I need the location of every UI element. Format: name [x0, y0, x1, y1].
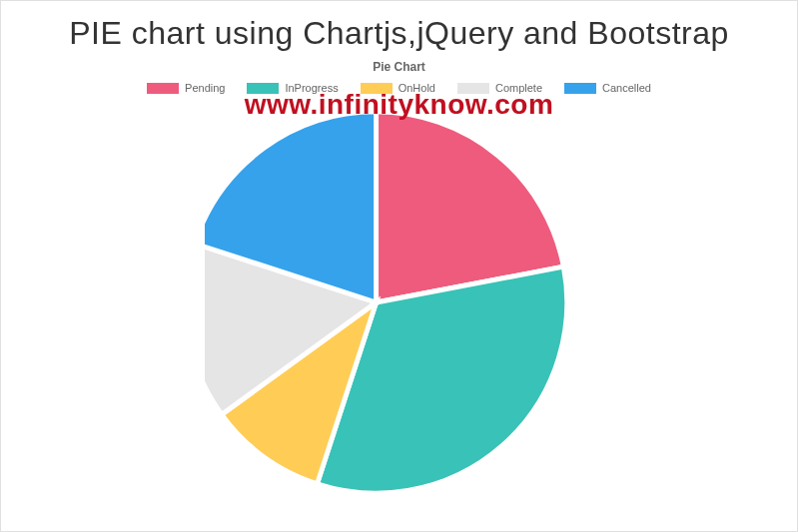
pie-chart: [205, 108, 594, 497]
legend-label: Pending: [185, 82, 225, 94]
watermark-text: www.infinityknow.com: [245, 89, 554, 121]
legend-swatch: [564, 83, 596, 94]
page-title: PIE chart using Chartjs,jQuery and Boots…: [1, 1, 797, 56]
pie-chart-container: [1, 102, 797, 497]
legend-item[interactable]: Cancelled: [564, 82, 651, 94]
chart-title: Pie Chart: [1, 56, 797, 82]
legend-swatch: [147, 83, 179, 94]
legend-label: Cancelled: [602, 82, 651, 94]
legend-item[interactable]: Pending: [147, 82, 225, 94]
